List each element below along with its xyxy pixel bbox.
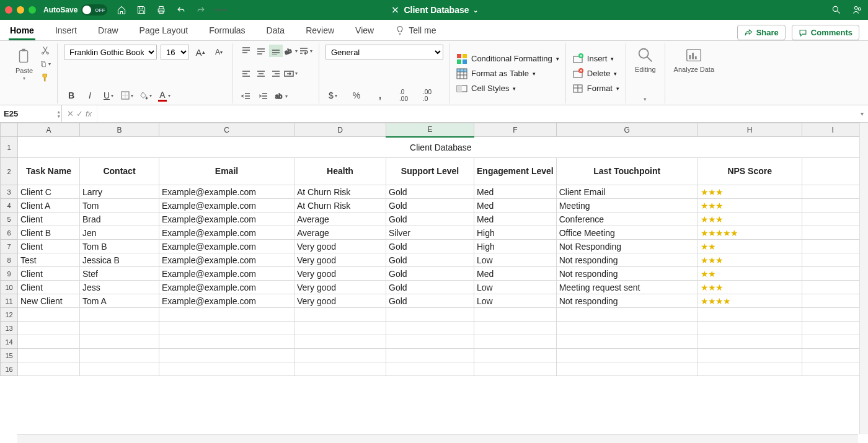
- cell[interactable]: Jen: [80, 226, 159, 240]
- cell[interactable]: Example@example.com: [159, 281, 294, 294]
- cell[interactable]: Jessica B: [80, 253, 159, 267]
- tell-me[interactable]: Tell me: [394, 22, 437, 40]
- format-cells-button[interactable]: Format ▾: [572, 83, 619, 94]
- delete-cells-button[interactable]: Delete ▾: [572, 68, 619, 79]
- minimize-window-icon[interactable]: [17, 6, 24, 14]
- column-header-D[interactable]: D: [294, 123, 386, 137]
- align-right-icon[interactable]: [269, 68, 283, 80]
- cell[interactable]: Not Responding: [556, 240, 698, 253]
- cell[interactable]: [294, 322, 386, 335]
- tab-formulas[interactable]: Formulas: [208, 22, 246, 40]
- cell-styles-button[interactable]: Cell Styles ▾: [456, 83, 559, 94]
- cell[interactable]: [18, 349, 80, 362]
- nps-cell[interactable]: ★★★: [698, 253, 802, 267]
- fx-icon[interactable]: fx: [86, 109, 92, 118]
- row-header-4[interactable]: 4: [1, 199, 18, 213]
- column-header-E[interactable]: E: [386, 123, 474, 137]
- analyze-data-button[interactable]: Analyze Data: [671, 45, 717, 74]
- comments-button[interactable]: Comments: [792, 25, 859, 40]
- tab-page-layout[interactable]: Page Layout: [138, 22, 190, 40]
- cell[interactable]: [386, 349, 474, 362]
- tab-draw[interactable]: Draw: [97, 22, 120, 40]
- cell[interactable]: At Churn Risk: [294, 185, 386, 199]
- document-title[interactable]: Client Database ⌄: [390, 5, 477, 15]
- cell[interactable]: [802, 322, 864, 335]
- cell[interactable]: [159, 322, 294, 335]
- cell[interactable]: [698, 362, 802, 376]
- table-header-cell[interactable]: Engagement Level: [474, 158, 557, 185]
- cell[interactable]: Low: [474, 253, 557, 267]
- insert-cells-button[interactable]: Insert ▾: [572, 53, 619, 64]
- row-header-15[interactable]: 15: [1, 349, 18, 362]
- cell[interactable]: [80, 308, 159, 322]
- column-header-G[interactable]: G: [556, 123, 698, 137]
- comma-icon[interactable]: ,: [373, 89, 388, 102]
- conditional-formatting-button[interactable]: Conditional Formatting ▾: [456, 53, 559, 64]
- tab-insert[interactable]: Insert: [54, 22, 78, 40]
- print-icon[interactable]: [156, 4, 167, 15]
- cell[interactable]: Meeting request sent: [556, 281, 698, 294]
- cell[interactable]: Client B: [18, 226, 80, 240]
- cell[interactable]: Average: [294, 226, 386, 240]
- align-bottom-icon[interactable]: [269, 45, 283, 57]
- font-color-button[interactable]: A: [157, 89, 172, 102]
- paste-button[interactable]: Paste ▾: [12, 46, 36, 82]
- row-header-3[interactable]: 3: [1, 185, 18, 199]
- cell[interactable]: [80, 362, 159, 376]
- cell[interactable]: [698, 322, 802, 335]
- currency-icon[interactable]: $: [326, 89, 340, 102]
- cell[interactable]: [802, 349, 864, 362]
- cell[interactable]: [294, 308, 386, 322]
- cell[interactable]: Stef: [80, 267, 159, 281]
- expand-formula-icon[interactable]: ▾: [856, 105, 868, 122]
- decrease-decimal-icon[interactable]: .00.0: [420, 89, 435, 102]
- cell[interactable]: [80, 349, 159, 362]
- row-header-6[interactable]: 6: [1, 226, 18, 240]
- nps-cell[interactable]: ★★★: [698, 185, 802, 199]
- row-header-2[interactable]: 2: [1, 158, 18, 185]
- row-header-1[interactable]: 1: [1, 137, 18, 158]
- cell[interactable]: Jess: [80, 281, 159, 294]
- cell[interactable]: Client: [18, 281, 80, 294]
- cell[interactable]: [556, 335, 698, 349]
- cell[interactable]: [386, 362, 474, 376]
- fill-color-button[interactable]: [138, 89, 153, 102]
- cell[interactable]: [474, 362, 557, 376]
- tab-view[interactable]: View: [354, 22, 375, 40]
- table-header-cell[interactable]: Email: [159, 158, 294, 185]
- cell[interactable]: Very good: [294, 253, 386, 267]
- cell[interactable]: Client C: [18, 185, 80, 199]
- cell[interactable]: Example@example.com: [159, 185, 294, 199]
- cell[interactable]: Not responding: [556, 267, 698, 281]
- vertical-scrollbar[interactable]: [859, 123, 868, 434]
- home-icon[interactable]: [116, 4, 127, 15]
- cell[interactable]: Example@example.com: [159, 213, 294, 226]
- row-header-12[interactable]: 12: [1, 308, 18, 322]
- cell[interactable]: [698, 335, 802, 349]
- row-header-13[interactable]: 13: [1, 322, 18, 335]
- cell[interactable]: Not responding: [556, 294, 698, 308]
- cell[interactable]: [80, 322, 159, 335]
- cell[interactable]: Example@example.com: [159, 226, 294, 240]
- format-painter-icon[interactable]: [40, 72, 51, 83]
- align-left-icon[interactable]: [239, 68, 253, 80]
- cell[interactable]: [294, 349, 386, 362]
- tab-home[interactable]: Home: [9, 22, 35, 40]
- cell[interactable]: Med: [474, 185, 557, 199]
- copy-icon[interactable]: [40, 58, 51, 69]
- cancel-formula-icon[interactable]: ✕: [67, 109, 74, 118]
- table-header-cell[interactable]: Contact: [80, 158, 159, 185]
- nps-cell[interactable]: ★★★: [698, 213, 802, 226]
- maximize-window-icon[interactable]: [29, 6, 36, 14]
- cut-icon[interactable]: [40, 45, 51, 56]
- cell[interactable]: Very good: [294, 294, 386, 308]
- row-header-16[interactable]: 16: [1, 362, 18, 376]
- italic-button[interactable]: I: [82, 89, 97, 102]
- cell[interactable]: High: [474, 226, 557, 240]
- align-center-icon[interactable]: [254, 68, 268, 80]
- font-name-select[interactable]: Franklin Gothic Book: [64, 45, 157, 59]
- nps-cell[interactable]: ★★★★★: [698, 226, 802, 240]
- horizontal-scrollbar[interactable]: [17, 434, 858, 443]
- column-header-F[interactable]: F: [474, 123, 557, 137]
- more-icon[interactable]: •••: [215, 4, 226, 15]
